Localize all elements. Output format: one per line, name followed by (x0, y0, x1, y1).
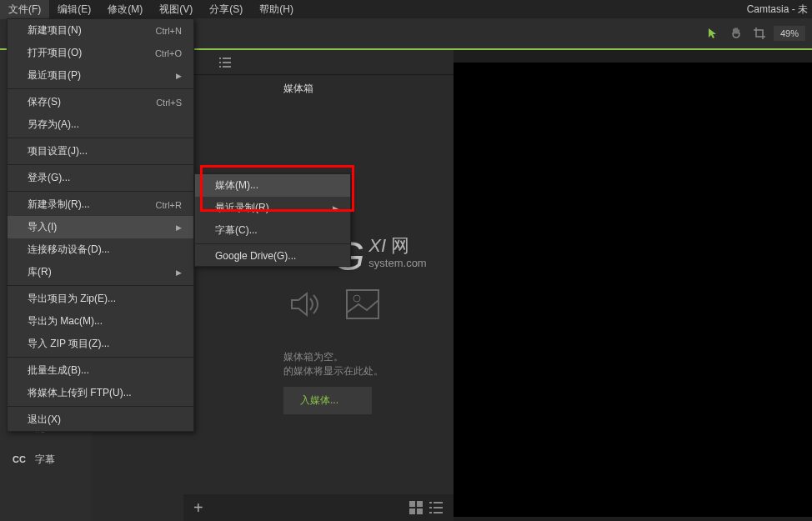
list-view-icon-bottom[interactable] (429, 500, 444, 515)
menu-help[interactable]: 帮助(H) (251, 0, 302, 19)
separator (8, 164, 193, 165)
menu-new-project[interactable]: 新建项目(N)Ctrl+N (8, 19, 193, 42)
svg-rect-3 (409, 501, 415, 507)
svg-point-2 (353, 295, 360, 302)
chevron-right-icon: ▶ (333, 204, 338, 213)
menu-connect-mobile[interactable]: 连接移动设备(D)... (8, 238, 193, 261)
menu-recent-projects[interactable]: 最近项目(P)▶ (8, 64, 193, 87)
empty-text-1: 媒体箱为空。 (283, 350, 383, 364)
menu-file[interactable]: 文件(F) (0, 0, 49, 19)
cc-icon: CC (12, 452, 27, 467)
chevron-right-icon: ▶ (176, 268, 182, 277)
hand-icon[interactable] (727, 24, 745, 43)
import-submenu: 媒体(M)... 最近录制(R)▶ 字幕(C)... Google Drive(… (194, 173, 351, 267)
image-placeholder-icon (342, 283, 383, 325)
import-media-button[interactable]: 入媒体... (283, 387, 372, 414)
menu-signin[interactable]: 登录(G)... (8, 167, 193, 189)
menu-new-recording[interactable]: 新建录制(R)...Ctrl+R (8, 193, 193, 216)
separator (8, 357, 193, 358)
menu-batch[interactable]: 批量生成(B)... (8, 359, 193, 382)
menu-modify[interactable]: 修改(M) (99, 0, 151, 19)
menu-share[interactable]: 分享(S) (201, 0, 251, 19)
grid-view-icon[interactable] (409, 500, 424, 515)
menu-save[interactable]: 保存(S)Ctrl+S (8, 91, 193, 113)
menu-edit[interactable]: 编辑(E) (49, 0, 99, 19)
sidebar-captions[interactable]: CC 字幕 (0, 443, 92, 475)
svg-rect-6 (417, 508, 423, 514)
separator (195, 243, 350, 244)
placeholder-area: 媒体箱为空。 的媒体将显示在此处。 入媒体... (283, 283, 383, 414)
svg-rect-4 (417, 501, 423, 507)
sidebar-label: 字幕 (35, 453, 55, 467)
chevron-right-icon: ▶ (176, 223, 182, 232)
chevron-right-icon: ▶ (176, 72, 182, 80)
menu-bar: 文件(F) 编辑(E) 修改(M) 视图(V) 分享(S) 帮助(H) (0, 0, 302, 19)
menu-open-project[interactable]: 打开项目(O)Ctrl+O (8, 42, 193, 64)
menu-import[interactable]: 导入(I)▶ (8, 216, 193, 238)
menu-view[interactable]: 视图(V) (151, 0, 201, 19)
file-dropdown: 新建项目(N)Ctrl+N 打开项目(O)Ctrl+O 最近项目(P)▶ 保存(… (7, 18, 194, 432)
menu-exit[interactable]: 退出(X) (8, 408, 193, 431)
separator (8, 88, 193, 89)
submenu-media[interactable]: 媒体(M)... (195, 174, 350, 197)
submenu-gdrive[interactable]: Google Drive(G)... (195, 246, 350, 266)
menu-project-settings[interactable]: 项目设置(J)... (8, 140, 193, 163)
zoom-level[interactable]: 49% (774, 26, 805, 41)
separator (8, 406, 193, 407)
canvas[interactable] (454, 63, 812, 517)
menu-save-as[interactable]: 另存为(A)... (8, 113, 193, 136)
app-title: Camtasia - 未 (747, 3, 812, 17)
menu-upload-ftp[interactable]: 将媒体上传到 FTP(U)... (8, 382, 193, 404)
crop-icon[interactable] (750, 24, 769, 43)
submenu-recent-recordings[interactable]: 最近录制(R)▶ (195, 197, 350, 219)
menu-export-mac[interactable]: 导出为 Mac(M)... (8, 310, 193, 333)
add-button[interactable]: + (193, 498, 203, 518)
separator (8, 191, 193, 192)
audio-placeholder-icon (283, 283, 325, 325)
cursor-icon[interactable] (704, 24, 722, 43)
canvas-area (454, 50, 812, 521)
bottom-row: + (183, 494, 454, 521)
menu-library[interactable]: 库(R)▶ (8, 261, 193, 283)
top-bar: 文件(F) 编辑(E) 修改(M) 视图(V) 分享(S) 帮助(H) Camt… (0, 0, 812, 18)
menu-export-zip[interactable]: 导出项目为 Zip(E)... (8, 288, 193, 310)
menu-import-zip[interactable]: 导入 ZIP 项目(Z)... (8, 333, 193, 355)
separator (8, 285, 193, 286)
empty-text-2: 的媒体将显示在此处。 (283, 364, 383, 378)
svg-rect-5 (409, 508, 415, 514)
separator (8, 138, 193, 138)
submenu-captions[interactable]: 字幕(C)... (195, 219, 350, 242)
